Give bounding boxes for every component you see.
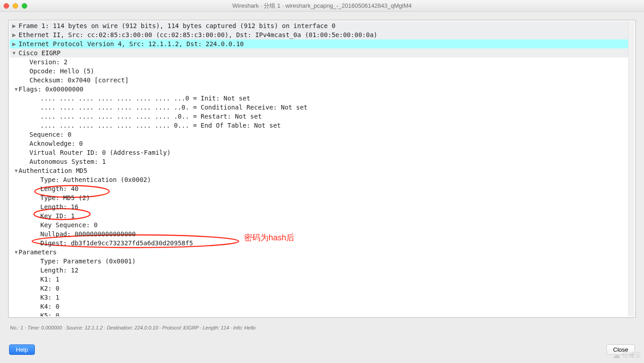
cloud-icon: ☁ bbox=[612, 350, 620, 360]
status-line: No.: 1 · Time: 0.000000 · Source: 12.1.1… bbox=[10, 325, 634, 330]
titlebar: Wireshark · 分组 1 · wireshark_pcapng_-_20… bbox=[0, 0, 644, 12]
frame-row[interactable]: ▶ Frame 1: 114 bytes on wire (912 bits),… bbox=[10, 21, 634, 30]
eigrp-opcode[interactable]: Opcode: Hello (5) bbox=[10, 67, 634, 76]
eigrp-checksum[interactable]: Checksum: 0x7040 [correct] bbox=[10, 76, 634, 85]
params-k5[interactable]: K5: 0 bbox=[10, 311, 634, 316]
protocol-tree[interactable]: ▶ Frame 1: 114 bytes on wire (912 bits),… bbox=[10, 21, 634, 316]
flag-restart[interactable]: .... .... .... .... .... .... .... .0.. … bbox=[10, 112, 634, 121]
params-k1[interactable]: K1: 1 bbox=[10, 275, 634, 284]
chevron-right-icon[interactable]: ▶ bbox=[10, 39, 19, 48]
minimize-window-icon[interactable] bbox=[13, 3, 18, 9]
zoom-window-icon[interactable] bbox=[22, 3, 27, 9]
chevron-down-icon[interactable]: ▼ bbox=[10, 48, 19, 57]
packet-details-panel: ▶ Frame 1: 114 bytes on wire (912 bits),… bbox=[8, 20, 636, 318]
eigrp-as[interactable]: Autonomous System: 1 bbox=[10, 157, 634, 166]
auth-key-sequence[interactable]: Key Sequence: 0 bbox=[10, 220, 634, 229]
eigrp-flags[interactable]: ▼ Flags: 0x00000000 bbox=[10, 85, 634, 94]
window-controls bbox=[4, 3, 27, 9]
auth-key-id[interactable]: Key ID: 1 bbox=[10, 211, 634, 220]
scrollbar[interactable] bbox=[628, 21, 634, 316]
ip-row[interactable]: ▶ Internet Protocol Version 4, Src: 12.1… bbox=[10, 39, 634, 48]
auth-length-16[interactable]: Length: 16 bbox=[10, 202, 634, 211]
close-window-icon[interactable] bbox=[4, 3, 9, 9]
chevron-right-icon[interactable]: ▶ bbox=[10, 30, 19, 39]
watermark: ☁ 亿速云 bbox=[612, 350, 641, 360]
auth-type-md5[interactable]: Type: MD5 (2) bbox=[10, 193, 634, 202]
auth-digest[interactable]: Digest: db3f1de9cc732327fd5a6d30d20958f5 bbox=[10, 239, 634, 248]
params-k3[interactable]: K3: 1 bbox=[10, 293, 634, 302]
params-k2[interactable]: K2: 0 bbox=[10, 284, 634, 293]
help-button[interactable]: Help bbox=[9, 344, 35, 355]
auth-length-40[interactable]: Length: 40 bbox=[10, 184, 634, 193]
eigrp-row[interactable]: ▼ Cisco EIGRP bbox=[10, 48, 634, 57]
chevron-down-icon[interactable]: ▼ bbox=[10, 248, 19, 257]
content-area: ▶ Frame 1: 114 bytes on wire (912 bits),… bbox=[0, 12, 644, 363]
frame-summary: Frame 1: 114 bytes on wire (912 bits), 1… bbox=[19, 21, 336, 30]
eigrp-version[interactable]: Version: 2 bbox=[10, 57, 634, 67]
auth-nullpad[interactable]: Nullpad: 0000000000000000 bbox=[10, 229, 634, 239]
ethernet-row[interactable]: ▶ Ethernet II, Src: cc:02:85:c3:00:00 (c… bbox=[10, 30, 634, 39]
chevron-down-icon[interactable]: ▼ bbox=[10, 166, 19, 175]
ethernet-summary: Ethernet II, Src: cc:02:85:c3:00:00 (cc:… bbox=[19, 30, 377, 39]
eigrp-acknowledge[interactable]: Acknowledge: 0 bbox=[10, 139, 634, 148]
eigrp-vrid[interactable]: Virtual Router ID: 0 (Address-Family) bbox=[10, 148, 634, 157]
eigrp-sequence[interactable]: Sequence: 0 bbox=[10, 130, 634, 139]
auth-md5-row[interactable]: ▼ Authentication MD5 bbox=[10, 166, 634, 175]
flag-init[interactable]: .... .... .... .... .... .... .... ...0 … bbox=[10, 94, 634, 103]
window-title: Wireshark · 分组 1 · wireshark_pcapng_-_20… bbox=[0, 2, 644, 10]
parameters-row[interactable]: ▼ Parameters bbox=[10, 248, 634, 257]
params-length[interactable]: Length: 12 bbox=[10, 266, 634, 275]
auth-type[interactable]: Type: Authentication (0x0002) bbox=[10, 175, 634, 184]
flag-end-of-table[interactable]: .... .... .... .... .... .... .... 0... … bbox=[10, 121, 634, 130]
watermark-text: 亿速云 bbox=[622, 351, 641, 359]
chevron-right-icon[interactable]: ▶ bbox=[10, 21, 19, 30]
params-k4[interactable]: K4: 0 bbox=[10, 302, 634, 311]
chevron-down-icon[interactable]: ▼ bbox=[10, 85, 19, 94]
eigrp-summary: Cisco EIGRP bbox=[19, 48, 61, 57]
dialog-footer: Help Close bbox=[9, 344, 635, 355]
params-type[interactable]: Type: Parameters (0x0001) bbox=[10, 257, 634, 266]
annotation-text: 密码为hash后 bbox=[244, 232, 294, 243]
ip-summary: Internet Protocol Version 4, Src: 12.1.1… bbox=[19, 39, 244, 48]
flag-conditional-receive[interactable]: .... .... .... .... .... .... .... ..0. … bbox=[10, 103, 634, 112]
